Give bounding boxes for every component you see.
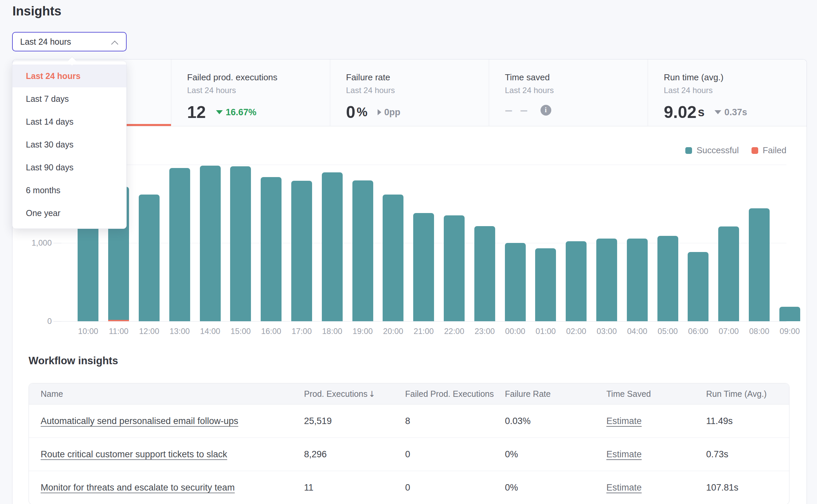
table-row: Automatically send personalised email fo… [29, 405, 789, 438]
x-axis-label: 20:00 [377, 327, 409, 336]
time-range-dropdown: Last 24 hoursLast 7 daysLast 14 daysLast… [12, 61, 127, 229]
failure-rate-cell: 0.03% [505, 416, 606, 426]
bar-successful-03:00 [596, 239, 617, 321]
column-header-failed-prod-executions[interactable]: Failed Prod. Executions [405, 389, 505, 399]
time-saved-link[interactable]: Estimate [606, 416, 642, 426]
x-axis-label: 18:00 [316, 327, 348, 336]
x-axis-label: 07:00 [713, 327, 745, 336]
x-axis-label: 13:00 [164, 327, 196, 336]
x-axis-label: 08:00 [743, 327, 775, 336]
sort-desc-icon: ↓ [369, 389, 375, 399]
workflow-name-link[interactable]: Route critical customer support tickets … [41, 449, 227, 459]
card-value: 12 [187, 102, 206, 122]
time-saved-link[interactable]: Estimate [606, 482, 642, 493]
menu-item-last-30-days[interactable]: Last 30 days [12, 133, 126, 156]
table-row: Monitor for threats and escalate to secu… [29, 471, 789, 504]
menu-item-6-months[interactable]: 6 months [12, 179, 126, 202]
x-axis-label: 03:00 [591, 327, 623, 336]
table-header-row: NameProd. Executions↓Failed Prod. Execut… [29, 383, 789, 405]
x-axis-label: 17:00 [286, 327, 318, 336]
y-tick [53, 321, 61, 322]
failure-rate-cell: 0% [505, 482, 606, 493]
bar-successful-23:00 [474, 226, 495, 321]
card-failed-prod-executions[interactable]: Failed prod. executions Last 24 hours 12… [171, 59, 330, 126]
column-header-prod-executions[interactable]: Prod. Executions↓ [304, 389, 405, 399]
gridline-0 [61, 321, 786, 322]
menu-item-last-7-days[interactable]: Last 7 days [12, 87, 126, 110]
bar-successful-14:00 [200, 166, 221, 321]
card-delta: 0pp [378, 107, 400, 118]
time-saved-link[interactable]: Estimate [606, 449, 642, 459]
menu-item-last-24-hours[interactable]: Last 24 hours [12, 65, 126, 87]
x-axis-label: 10:00 [72, 327, 104, 336]
workflow-name: Monitor for threats and escalate to secu… [29, 482, 304, 493]
card-subtitle: Last 24 hours [187, 86, 330, 95]
bar-successful-02:00 [566, 241, 587, 321]
bar-successful-13:00 [169, 168, 190, 321]
x-axis-label: 14:00 [194, 327, 226, 336]
workflow-insights-table: NameProd. Executions↓Failed Prod. Execut… [29, 383, 789, 504]
prod-executions-cell: 8,296 [304, 449, 405, 460]
y-axis-label: 0 [13, 317, 52, 326]
workflow-name-link[interactable]: Automatically send personalised email fo… [41, 416, 238, 426]
column-header-time-saved[interactable]: Time Saved [606, 389, 706, 399]
x-axis-label: 04:00 [621, 327, 653, 336]
bar-successful-17:00 [291, 181, 312, 321]
gridline-2000 [61, 165, 786, 165]
table-row: Route critical customer support tickets … [29, 438, 789, 471]
menu-item-last-90-days[interactable]: Last 90 days [12, 156, 126, 179]
workflow-insights-heading: Workflow insights [29, 355, 118, 367]
x-axis-label: 19:00 [347, 327, 379, 336]
failed-prod-executions-cell: 0 [405, 482, 505, 493]
chevron-up-icon [111, 41, 118, 48]
column-header-failure-rate[interactable]: Failure Rate [505, 389, 606, 399]
legend-label: Failed [763, 145, 786, 156]
x-axis-label: 09:00 [774, 327, 806, 336]
x-axis-label: 00:00 [499, 327, 531, 336]
card-unit: % [357, 105, 368, 119]
chart-legend: SuccessfulFailed [685, 145, 786, 156]
failed-prod-executions-cell: 0 [405, 449, 505, 460]
card-delta: 0.37s [715, 107, 747, 118]
workflow-name-link[interactable]: Monitor for threats and escalate to secu… [41, 482, 235, 493]
card-title: Time saved [505, 72, 648, 83]
card-time-saved[interactable]: Time saved Last 24 hours – – i [489, 59, 648, 126]
x-axis-label: 22:00 [438, 327, 470, 336]
legend-item-successful[interactable]: Successful [685, 145, 739, 156]
column-header-name[interactable]: Name [29, 389, 304, 399]
card-unit: s [698, 105, 704, 119]
legend-item-failed[interactable]: Failed [751, 145, 786, 156]
card-run-time-avg[interactable]: Run time (avg.) Last 24 hours 9.02 s 0.3… [648, 59, 807, 126]
column-header-run-time-avg-[interactable]: Run Time (Avg.) [706, 389, 789, 399]
legend-label: Successful [696, 145, 739, 156]
card-subtitle: Last 24 hours [505, 86, 648, 95]
x-axis-label: 01:00 [529, 327, 562, 336]
bar-failed-11:00 [108, 320, 129, 321]
card-failure-rate[interactable]: Failure rate Last 24 hours 0 % 0pp [330, 59, 489, 126]
card-title: Failure rate [346, 72, 489, 83]
bar-successful-08:00 [749, 208, 770, 321]
card-title: Failed prod. executions [187, 72, 330, 83]
y-tick [53, 243, 61, 243]
card-value-empty: – – [505, 102, 530, 118]
info-icon[interactable]: i [541, 105, 551, 116]
bar-successful-18:00 [322, 172, 343, 321]
menu-item-last-14-days[interactable]: Last 14 days [12, 110, 126, 133]
card-title: Run time (avg.) [664, 72, 807, 83]
time-saved: Estimate [606, 482, 706, 493]
menu-item-one-year[interactable]: One year [12, 202, 126, 224]
x-axis-label: 21:00 [407, 327, 440, 336]
time-range-value: Last 24 hours [20, 37, 71, 47]
card-delta: 16.67% [216, 107, 257, 118]
time-range-select[interactable]: Last 24 hours [12, 32, 127, 51]
bar-successful-00:00 [505, 243, 526, 321]
bar-successful-01:00 [535, 248, 556, 321]
bar-successful-05:00 [657, 236, 678, 321]
triangle-down-icon [715, 110, 721, 114]
bar-successful-04:00 [627, 239, 648, 321]
legend-swatch-icon [685, 147, 692, 154]
x-axis-label: 02:00 [560, 327, 592, 336]
prod-executions-cell: 11 [304, 482, 405, 493]
run-time-avg-cell: 0.73s [706, 449, 789, 460]
x-axis-label: 12:00 [133, 327, 165, 336]
